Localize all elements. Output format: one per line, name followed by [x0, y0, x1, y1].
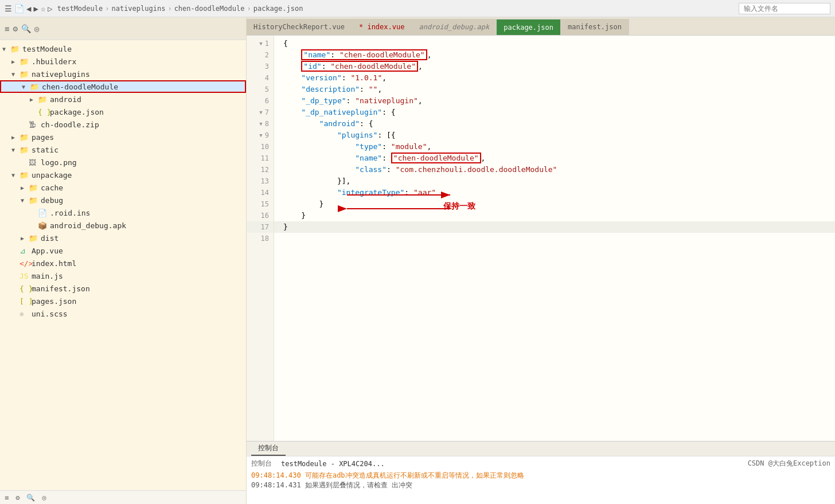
- bottom-panel: 控制台 控制台 testModeule - XPL4C204... CSDN @…: [247, 441, 835, 504]
- tree-label-logo: logo.png: [41, 158, 77, 167]
- sidebar-toolbar: ≡ ⚙ 🔍 ◎: [0, 17, 246, 40]
- arrow-chen-doodleModule: ▼: [22, 84, 30, 90]
- tree-item-pages-json[interactable]: ▶ [ ] pages.json: [0, 295, 246, 307]
- fold-9[interactable]: ▼: [259, 130, 262, 141]
- sidebar-icon-4[interactable]: ◎: [34, 24, 39, 33]
- line-num-6: 6: [247, 95, 274, 107]
- tree-item-dist[interactable]: ▶ 📁 dist: [0, 232, 246, 244]
- sidebar-icon-2[interactable]: ⚙: [13, 24, 17, 33]
- folder-icon-unpackage: 📁: [19, 171, 30, 179]
- tree-item-chen-doodleModule[interactable]: ▼ 📁 chen-doodleModule: [0, 80, 246, 93]
- status-icon-1[interactable]: ≡: [5, 494, 9, 502]
- console-tab-main[interactable]: 控制台: [251, 442, 286, 456]
- code-content[interactable]: { "name": "chen-doodleModule", "id": "ch…: [274, 36, 835, 441]
- tree-item-index-html[interactable]: ▶ </> index.html: [0, 257, 246, 269]
- tab-label-apk: android_debug.apk: [419, 23, 489, 31]
- line-num-10: 10: [247, 141, 274, 153]
- tree-item-uni-scss[interactable]: ▶ ⚛ uni.scss: [0, 307, 246, 320]
- tree-item-nativeplugins[interactable]: ▼ 📁 nativeplugins: [0, 68, 246, 80]
- folder-icon-dist: 📁: [29, 234, 39, 243]
- json-icon-package: { }: [38, 108, 48, 116]
- tab-label-package: package.json: [504, 24, 553, 32]
- console-title: 控制台: [251, 459, 272, 468]
- tree-item-hbuilderx[interactable]: ▶ 📁 .hbuilderx: [0, 55, 246, 68]
- tree-item-unpackage[interactable]: ▼ 📁 unpackage: [0, 169, 246, 181]
- arrow-cache: ▶: [21, 185, 29, 191]
- line-num-11: 11: [247, 153, 274, 164]
- code-line-6: "_dp_type": "nativeplugin",: [274, 95, 835, 107]
- console-log-1: 09:48:14.430 可能存在adb冲突造成真机运行不刷新或不重启等情况，如…: [251, 471, 830, 480]
- folder-icon-testModeule: 📁: [10, 45, 21, 53]
- run-icon[interactable]: ▷: [48, 4, 52, 13]
- tree-item-app-vue[interactable]: ▶ ⊿ App.vue: [0, 244, 246, 257]
- breadcrumb-item-3[interactable]: chen-doodleModule: [174, 5, 245, 13]
- line-num-5: 5: [247, 84, 274, 95]
- tab-label-index-vue: * index.vue: [359, 23, 404, 31]
- breadcrumb-item-4[interactable]: package.json: [253, 5, 303, 13]
- sidebar-icon-3[interactable]: 🔍: [21, 24, 31, 33]
- console-log-2: 09:48:14.431 如果遇到层叠情况，请检查 出冲突: [251, 480, 830, 490]
- tab-manifest-json[interactable]: manifest.json: [561, 19, 629, 35]
- line-num-18: 18: [247, 233, 274, 244]
- tree-item-cache[interactable]: ▶ 📁 cache: [0, 181, 246, 194]
- breadcrumb-item-2[interactable]: nativeplugins: [111, 5, 165, 13]
- scss-icon: ⚛: [19, 310, 30, 318]
- arrow-testModeule: ▼: [2, 46, 10, 52]
- fold-7[interactable]: ▼: [259, 107, 262, 118]
- status-icon-3[interactable]: 🔍: [26, 494, 35, 502]
- code-line-5: "description": "",: [274, 84, 835, 95]
- tree-item-package-json[interactable]: ▶ { } package.json: [0, 106, 246, 118]
- tree-item-main-js[interactable]: ▶ JS main.js: [0, 269, 246, 282]
- tree-item-static[interactable]: ▼ 📁 static: [0, 143, 246, 156]
- tree-item-pages[interactable]: ▶ 📁 pages: [0, 131, 246, 143]
- vue-icon-app: ⊿: [19, 247, 30, 255]
- fold-1[interactable]: ▼: [259, 38, 262, 49]
- tree-item-testModeule[interactable]: ▼ 📁 testModeule: [0, 42, 246, 55]
- tab-android-debug-apk[interactable]: android_debug.apk: [412, 19, 497, 35]
- tree-label-pages-json: pages.json: [32, 297, 76, 306]
- folder-icon-hbuilderx: 📁: [19, 57, 30, 66]
- back-icon[interactable]: ◀: [26, 4, 31, 13]
- sidebar-icon-1[interactable]: ≡: [5, 24, 9, 33]
- line-num-13: 13: [247, 175, 274, 187]
- tree-label-package-json: package.json: [50, 108, 104, 116]
- code-line-1: {: [274, 38, 835, 49]
- code-line-17: }: [274, 221, 835, 233]
- tree-item-android-debug-apk[interactable]: ▶ 📦 android_debug.apk: [0, 219, 246, 232]
- line-num-12: 12: [247, 164, 274, 175]
- code-line-15: }: [274, 198, 835, 210]
- json-icon-manifest: { }: [19, 284, 30, 293]
- tab-index-vue[interactable]: * index.vue: [352, 19, 412, 35]
- tree-label-pages: pages: [32, 133, 54, 142]
- tree-label-index-html: index.html: [32, 259, 76, 268]
- console-header: 控制台 testModeule - XPL4C204... CSDN @大白兔E…: [251, 459, 830, 468]
- menu-icon[interactable]: ☰: [5, 4, 12, 13]
- tree-item-roid-ins[interactable]: ▶ 📄 .roid.ins: [0, 206, 246, 219]
- tree-label-unpackage: unpackage: [32, 171, 72, 179]
- star-icon[interactable]: ☆: [41, 4, 45, 13]
- tree-item-manifest-json[interactable]: ▶ { } manifest.json: [0, 282, 246, 295]
- file-search-input[interactable]: [739, 3, 830, 14]
- code-line-11: "name": "chen-doodleModule",: [274, 153, 835, 164]
- line-num-1: ▼1: [247, 38, 274, 49]
- tab-package-json[interactable]: package.json: [497, 19, 561, 35]
- file-icon[interactable]: 📄: [14, 4, 24, 13]
- tree-label-debug: debug: [41, 196, 63, 205]
- line-num-14: 14: [247, 187, 274, 198]
- editor-area: HistoryCheckReport.vue * index.vue andro…: [247, 17, 835, 504]
- tree-label-static: static: [32, 146, 58, 154]
- tab-historycheck[interactable]: HistoryCheckReport.vue: [247, 19, 352, 35]
- status-icon-4[interactable]: ◎: [42, 494, 46, 502]
- tree-label-manifest: manifest.json: [32, 284, 90, 293]
- status-icon-2[interactable]: ⚙: [15, 494, 19, 502]
- tree-item-logo-png[interactable]: ▶ 🖼 logo.png: [0, 156, 246, 169]
- breadcrumb-item-1[interactable]: testModeule: [57, 5, 103, 13]
- tree-item-ch-doodle-zip[interactable]: ▶ 🗜 ch-doodle.zip: [0, 118, 246, 131]
- arrow-android: ▶: [30, 96, 38, 103]
- fold-8[interactable]: ▼: [259, 118, 262, 130]
- tree-item-debug[interactable]: ▼ 📁 debug: [0, 194, 246, 206]
- tree-label-apk: android_debug.apk: [50, 221, 126, 230]
- code-line-13: }],: [274, 175, 835, 187]
- tree-item-android[interactable]: ▶ 📁 android: [0, 93, 246, 106]
- forward-icon[interactable]: ▶: [33, 4, 38, 13]
